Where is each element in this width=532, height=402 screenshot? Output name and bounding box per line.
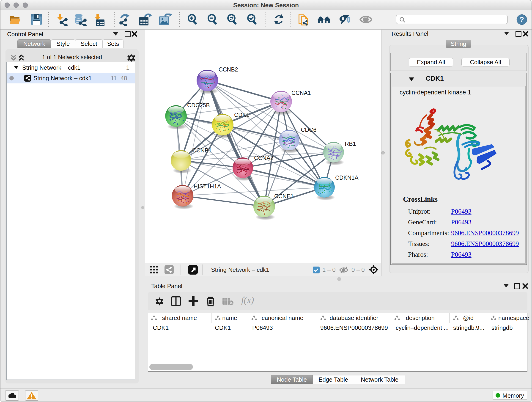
svg-text:CDC25B: CDC25B	[187, 102, 210, 108]
svg-text:CCNA1: CCNA1	[291, 89, 311, 96]
svg-text:CDC6: CDC6	[301, 127, 317, 133]
svg-text:CCNB1: CCNB1	[192, 147, 212, 153]
svg-text:CDKN1A: CDKN1A	[335, 174, 359, 181]
svg-text:?: ?	[520, 15, 524, 24]
svg-text:CCNE1: CCNE1	[274, 193, 294, 199]
svg-text:CCNA2: CCNA2	[254, 155, 273, 161]
svg-text:CCNB2: CCNB2	[219, 66, 238, 73]
svg-text:HIST1H1A: HIST1H1A	[194, 183, 221, 190]
svg-text:CDK1: CDK1	[234, 112, 249, 118]
svg-text:RB1: RB1	[345, 140, 356, 147]
